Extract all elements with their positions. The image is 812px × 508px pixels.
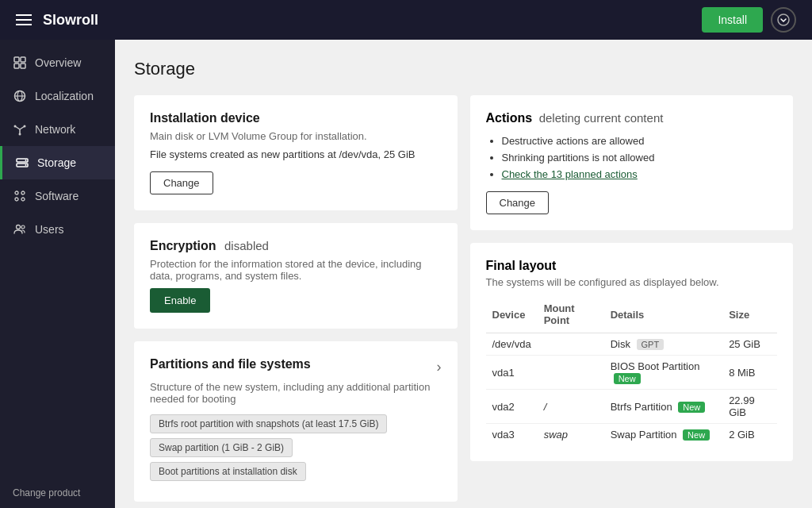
partitions-tags: Btrfs root partition with snapshots (at … — [150, 414, 442, 486]
hamburger-icon[interactable] — [16, 14, 32, 25]
sidebar-nav: Overview Localization Network Storage — [0, 40, 115, 476]
encryption-card: Encryption disabled Protection for the i… — [134, 223, 458, 329]
svg-point-14 — [25, 164, 27, 166]
left-column: Installation device Main disk or LVM Vol… — [134, 95, 458, 502]
row-0-details: Disk GPT — [604, 333, 722, 356]
sidebar-label-storage: Storage — [37, 156, 76, 169]
cards-grid: Installation device Main disk or LVM Vol… — [134, 95, 793, 502]
row-3-mount: swap — [538, 424, 604, 446]
encryption-status: disabled — [224, 239, 269, 252]
sidebar-footer: Change product — [0, 476, 115, 508]
installation-device-subtitle: Main disk or LVM Volume Group for instal… — [150, 130, 442, 142]
installation-device-change-button[interactable]: Change — [150, 171, 213, 194]
dropdown-button[interactable] — [771, 7, 796, 33]
svg-point-0 — [778, 14, 789, 25]
row-3-size: 2 GiB — [722, 424, 777, 446]
partition-tag-0: Btrfs root partition with snapshots (at … — [150, 414, 387, 433]
row-1-mount — [538, 356, 604, 390]
storage-icon — [15, 156, 29, 170]
row-0-device: /dev/vda — [486, 333, 538, 356]
main-content: Storage Installation device Main disk or… — [115, 40, 812, 508]
sidebar: Overview Localization Network Storage — [0, 40, 115, 508]
svg-point-8 — [14, 125, 17, 128]
main-layout: Overview Localization Network Storage — [0, 40, 812, 508]
actions-mode: deleting current content — [539, 111, 664, 125]
users-icon — [13, 222, 27, 237]
chevron-right-icon[interactable]: › — [437, 359, 442, 375]
planned-actions-link[interactable]: Check the 13 planned actions — [502, 168, 638, 180]
svg-point-18 — [21, 198, 25, 201]
partitions-subtitle: Structure of the new system, including a… — [150, 381, 442, 405]
sidebar-label-network: Network — [35, 123, 75, 136]
svg-point-20 — [21, 225, 25, 229]
svg-point-10 — [19, 133, 21, 136]
sidebar-item-overview[interactable]: Overview — [0, 46, 115, 79]
app-header: Slowroll Install — [0, 0, 812, 40]
row-1-size: 8 MiB — [722, 356, 777, 390]
action-item-2: Check the 13 planned actions — [502, 168, 778, 180]
installation-device-title: Installation device — [150, 111, 442, 125]
sidebar-item-storage[interactable]: Storage — [0, 146, 115, 179]
col-mount: Mount Point — [538, 299, 604, 333]
actions-card: Actions deleting current content Destruc… — [470, 95, 794, 230]
action-item-1: Shrinking partitions is not allowed — [502, 152, 778, 164]
svg-point-19 — [17, 225, 21, 229]
table-row: vda1BIOS Boot Partition New8 MiB — [486, 356, 778, 390]
sidebar-item-network[interactable]: Network — [0, 113, 115, 146]
row-2-size: 22.99 GiB — [722, 390, 777, 424]
svg-point-16 — [21, 191, 25, 194]
sidebar-item-localization[interactable]: Localization — [0, 79, 115, 113]
sidebar-label-users: Users — [35, 223, 64, 236]
svg-point-9 — [24, 125, 26, 128]
header-right: Install — [702, 7, 796, 33]
page-title: Storage — [134, 59, 793, 79]
sidebar-item-users[interactable]: Users — [0, 213, 115, 246]
table-row: vda3swapSwap Partition New2 GiB — [486, 424, 778, 446]
row-3-device: vda3 — [486, 424, 538, 446]
row-2-details: Btrfs Partition New — [604, 390, 722, 424]
final-layout-title: Final layout — [486, 259, 778, 273]
col-details: Details — [604, 299, 722, 333]
svg-rect-3 — [14, 64, 19, 68]
col-device: Device — [486, 299, 538, 333]
row-0-size: 25 GiB — [722, 333, 777, 356]
encryption-enable-button[interactable]: Enable — [150, 288, 210, 313]
sidebar-label-overview: Overview — [35, 56, 81, 69]
table-row: /dev/vdaDisk GPT25 GiB — [486, 333, 778, 356]
partition-tag-1: Swap partition (1 GiB - 2 GiB) — [150, 438, 293, 457]
sidebar-label-software: Software — [35, 190, 79, 202]
actions-list: Destructive actions are allowed Shrinkin… — [486, 135, 778, 180]
encryption-title: Encryption disabled — [150, 239, 442, 253]
svg-rect-2 — [21, 57, 25, 62]
row-1-details: BIOS Boot Partition New — [604, 356, 722, 390]
svg-point-17 — [15, 198, 18, 201]
apps-icon — [13, 189, 27, 203]
grid-icon — [13, 56, 27, 70]
network-icon — [13, 122, 27, 137]
layout-table: Device Mount Point Details Size /dev/vda… — [486, 299, 778, 445]
installation-device-info: File systems created as new partitions a… — [150, 148, 442, 160]
table-header-row: Device Mount Point Details Size — [486, 299, 778, 333]
installation-device-card: Installation device Main disk or LVM Vol… — [134, 95, 458, 210]
install-button[interactable]: Install — [702, 7, 763, 33]
svg-point-13 — [25, 160, 27, 161]
change-product-button[interactable]: Change product — [13, 487, 80, 498]
table-row: vda2/Btrfs Partition New22.99 GiB — [486, 390, 778, 424]
actions-title: Actions deleting current content — [486, 111, 778, 125]
sidebar-item-software[interactable]: Software — [0, 179, 115, 213]
right-column: Actions deleting current content Destruc… — [470, 95, 794, 502]
partitions-header: Partitions and file systems › — [150, 357, 442, 376]
col-size: Size — [722, 299, 777, 333]
layout-table-body: /dev/vdaDisk GPT25 GiBvda1BIOS Boot Part… — [486, 333, 778, 446]
partitions-card: Partitions and file systems › Structure … — [134, 341, 458, 502]
row-3-details: Swap Partition New — [604, 424, 722, 446]
partitions-title: Partitions and file systems — [150, 357, 311, 371]
partition-tag-2: Boot partitions at installation disk — [150, 462, 306, 481]
actions-change-button[interactable]: Change — [486, 191, 550, 214]
svg-rect-1 — [14, 57, 19, 62]
app-title: Slowroll — [43, 12, 98, 29]
encryption-description: Protection for the information stored at… — [150, 258, 442, 282]
row-0-mount — [538, 333, 604, 356]
row-2-mount: / — [538, 390, 604, 424]
row-2-device: vda2 — [486, 390, 538, 424]
